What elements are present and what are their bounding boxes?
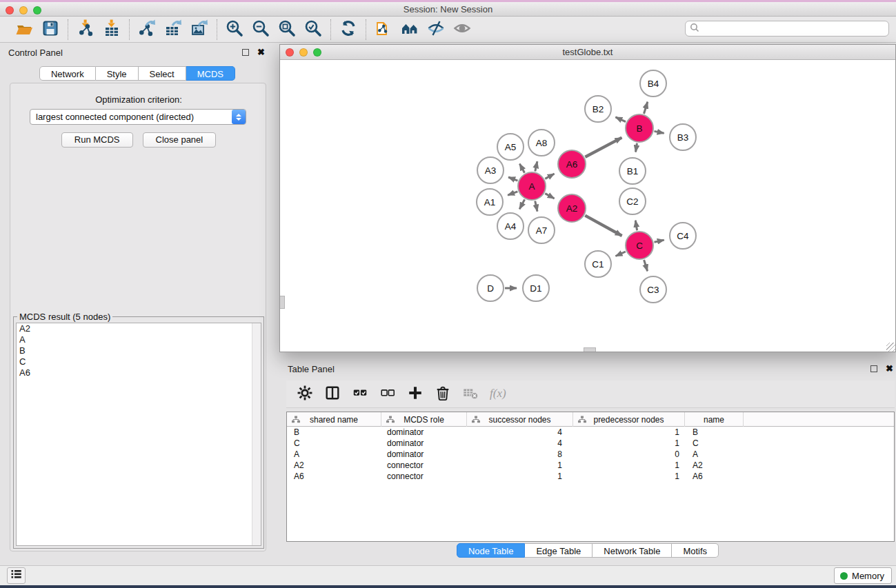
cell-mcds_role[interactable]: dominator bbox=[381, 449, 467, 460]
result-item[interactable]: B bbox=[17, 345, 261, 356]
cell-name[interactable]: C bbox=[685, 438, 744, 449]
hide-network-button[interactable] bbox=[426, 19, 446, 40]
close-panel-icon[interactable]: ✖ bbox=[257, 49, 265, 56]
cell-shared_name[interactable]: A2 bbox=[287, 460, 381, 471]
cell-name[interactable]: B bbox=[685, 427, 744, 438]
graph-node-B1[interactable]: B1 bbox=[619, 158, 646, 184]
table-row[interactable]: A6connector11A6 bbox=[287, 471, 894, 482]
graph-node-A6[interactable]: A6 bbox=[558, 150, 586, 178]
graph-edge-A2-C[interactable] bbox=[585, 216, 621, 236]
graph-node-A8[interactable]: A8 bbox=[528, 130, 555, 156]
add-column-button[interactable] bbox=[404, 383, 427, 405]
graph-node-D1[interactable]: D1 bbox=[523, 275, 549, 301]
graph-node-C1[interactable]: C1 bbox=[585, 251, 611, 277]
task-history-button[interactable] bbox=[7, 567, 26, 584]
cell-predecessor_nodes[interactable]: 0 bbox=[573, 449, 685, 460]
zoom-out-button[interactable] bbox=[250, 19, 271, 40]
table-settings-button[interactable] bbox=[293, 383, 317, 405]
cell-shared_name[interactable]: C bbox=[287, 438, 381, 449]
view-toolbar-grip-left[interactable] bbox=[280, 296, 285, 309]
column-header-MCDS-role[interactable]: MCDS role bbox=[381, 412, 467, 427]
graph-edge-B-B2[interactable] bbox=[615, 117, 626, 122]
graph-node-B2[interactable]: B2 bbox=[585, 96, 611, 122]
graph-node-A4[interactable]: A4 bbox=[497, 213, 524, 239]
graph-node-A5[interactable]: A5 bbox=[497, 134, 524, 160]
tab-node-table[interactable]: Node Table bbox=[457, 543, 526, 558]
cell-predecessor_nodes[interactable]: 1 bbox=[573, 460, 685, 471]
graph-edge-A-A4[interactable] bbox=[519, 199, 524, 209]
cell-mcds_role[interactable]: dominator bbox=[381, 438, 467, 449]
cell-name[interactable]: A bbox=[685, 449, 744, 460]
zoom-selected-button[interactable] bbox=[303, 19, 323, 40]
tab-style[interactable]: Style bbox=[96, 66, 139, 81]
tab-network[interactable]: Network bbox=[39, 66, 96, 81]
graph-node-C3[interactable]: C3 bbox=[640, 276, 666, 303]
graph-edge-C-C3[interactable] bbox=[644, 260, 648, 271]
cell-predecessor_nodes[interactable]: 1 bbox=[573, 427, 685, 438]
criterion-dropdown[interactable]: largest connected component (directed) bbox=[30, 109, 246, 125]
cell-successor_nodes[interactable]: 1 bbox=[467, 471, 573, 482]
column-header-name[interactable]: name bbox=[685, 412, 744, 427]
graph-node-A[interactable]: A bbox=[518, 172, 546, 200]
graph-node-A7[interactable]: A7 bbox=[528, 217, 555, 243]
cell-mcds_role[interactable]: connector bbox=[381, 460, 467, 471]
export-image-button[interactable] bbox=[189, 19, 210, 40]
graph-node-A2[interactable]: A2 bbox=[558, 194, 586, 222]
graph-node-A1[interactable]: A1 bbox=[477, 189, 503, 215]
search-field[interactable] bbox=[685, 21, 889, 37]
result-item[interactable]: C bbox=[17, 356, 261, 367]
graph-edge-B-B4[interactable] bbox=[644, 102, 648, 114]
graph-node-C[interactable]: C bbox=[626, 232, 653, 259]
close-table-panel-icon[interactable]: ✖ bbox=[886, 365, 893, 372]
select-all-columns-button[interactable] bbox=[348, 383, 372, 405]
graph-edge-B-B1[interactable] bbox=[636, 143, 637, 152]
graph-edge-C-C2[interactable] bbox=[635, 221, 637, 231]
column-header-predecessor-nodes[interactable]: predecessor nodes bbox=[573, 412, 685, 427]
export-network-button[interactable] bbox=[137, 19, 157, 40]
graph-edge-C-C4[interactable] bbox=[655, 240, 664, 242]
delete-column-button[interactable] bbox=[431, 383, 455, 405]
tab-edge-table[interactable]: Edge Table bbox=[525, 543, 593, 558]
table-row[interactable]: Adominator80A bbox=[287, 449, 894, 460]
dropdown-stepper-icon[interactable] bbox=[232, 110, 246, 124]
save-session-button[interactable] bbox=[40, 19, 61, 40]
maximize-network-window-button[interactable] bbox=[313, 48, 321, 57]
graph-edge-A-A3[interactable] bbox=[508, 177, 517, 181]
tab-network-table[interactable]: Network Table bbox=[593, 543, 672, 558]
graph-node-A3[interactable]: A3 bbox=[477, 157, 504, 183]
graph-edge-C-C1[interactable] bbox=[616, 252, 626, 256]
minimize-network-window-button[interactable] bbox=[299, 48, 308, 57]
maximize-window-button[interactable] bbox=[33, 6, 41, 14]
cell-successor_nodes[interactable]: 4 bbox=[467, 438, 573, 449]
cell-predecessor_nodes[interactable]: 1 bbox=[573, 471, 685, 482]
graph-edge-A-A2[interactable] bbox=[545, 194, 554, 199]
graph-node-C2[interactable]: C2 bbox=[619, 188, 646, 214]
result-scrollbar[interactable] bbox=[252, 323, 261, 545]
zoom-fit-button[interactable] bbox=[277, 19, 297, 40]
cell-name[interactable]: A6 bbox=[685, 471, 744, 482]
import-network-button[interactable] bbox=[75, 19, 96, 40]
graph-edge-B-B3[interactable] bbox=[655, 131, 664, 133]
mcds-result-list[interactable]: A2ABCA6 bbox=[16, 323, 261, 546]
tab-select[interactable]: Select bbox=[139, 66, 186, 81]
unselect-all-columns-button[interactable] bbox=[376, 383, 399, 405]
graph-edge-A-A5[interactable] bbox=[519, 164, 524, 173]
close-window-button[interactable] bbox=[6, 6, 14, 14]
cell-predecessor_nodes[interactable]: 1 bbox=[573, 438, 685, 449]
graph-node-B[interactable]: B bbox=[626, 114, 653, 142]
cell-mcds_role[interactable]: connector bbox=[381, 471, 467, 482]
float-table-panel-icon[interactable] bbox=[870, 365, 877, 372]
view-toolbar-grip-bottom[interactable] bbox=[584, 347, 596, 352]
column-header-successor-nodes[interactable]: successor nodes bbox=[467, 412, 573, 427]
graph-edge-A6-B[interactable] bbox=[585, 138, 621, 157]
import-table-button[interactable] bbox=[101, 19, 122, 40]
graph-node-B3[interactable]: B3 bbox=[670, 124, 696, 150]
cell-name[interactable]: A2 bbox=[685, 460, 744, 471]
window-resize-handle[interactable] bbox=[886, 343, 895, 352]
export-table-button[interactable] bbox=[163, 19, 183, 40]
minimize-window-button[interactable] bbox=[19, 6, 28, 14]
show-graphics-details-button[interactable] bbox=[452, 19, 472, 40]
graph-edge-A-A7[interactable] bbox=[535, 201, 537, 212]
tab-mcds[interactable]: MCDS bbox=[186, 66, 235, 81]
zoom-in-button[interactable] bbox=[224, 19, 245, 40]
